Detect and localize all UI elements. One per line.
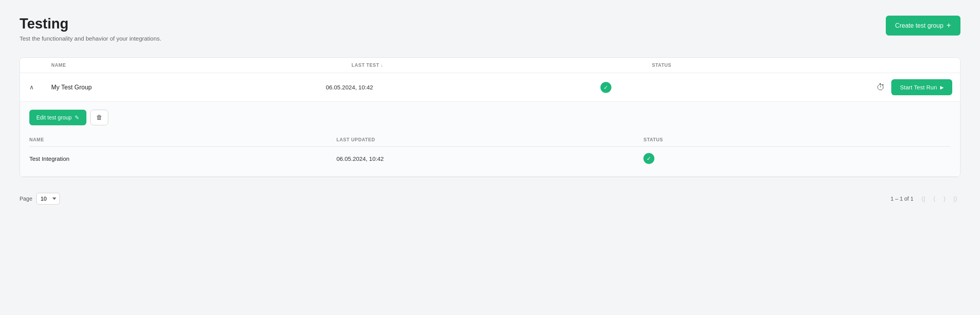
chevron-up-icon: ∧ bbox=[29, 84, 34, 91]
collapse-group-button[interactable]: ∧ bbox=[28, 82, 36, 93]
group-last-test: 06.05.2024, 10:42 bbox=[326, 84, 600, 91]
group-actions: ⏱ Start Test Run ▶ bbox=[875, 79, 952, 95]
sub-col-name: NAME bbox=[29, 137, 337, 142]
plus-icon: + bbox=[946, 21, 951, 30]
trash-icon: 🗑 bbox=[96, 114, 102, 121]
sub-table-header: NAME LAST UPDATED STATUS bbox=[29, 133, 951, 147]
group-status: ✓ bbox=[600, 82, 875, 93]
edit-label: Edit test group bbox=[36, 114, 72, 121]
pagination-right: 1 – 1 of 1 ⟨| ⟨ ⟩ |⟩ bbox=[890, 194, 960, 204]
page-label: Page bbox=[20, 196, 32, 202]
pencil-icon: ✎ bbox=[75, 114, 79, 121]
integration-success-icon: ✓ bbox=[643, 153, 654, 164]
test-groups-table: NAME LAST TEST ↓ STATUS ∧ My Test Group … bbox=[20, 57, 960, 177]
create-test-group-button[interactable]: Create test group + bbox=[886, 16, 960, 36]
integration-name: Test Integration bbox=[29, 155, 337, 162]
col-expand bbox=[28, 62, 51, 68]
play-icon: ▶ bbox=[940, 85, 944, 90]
prev-page-button[interactable]: ⟨ bbox=[930, 194, 939, 204]
next-page-button[interactable]: ⟩ bbox=[940, 194, 949, 204]
check-icon-sub: ✓ bbox=[647, 155, 651, 162]
integration-last-updated: 06.05.2024, 10:42 bbox=[337, 155, 644, 162]
sub-col-status: STATUS bbox=[643, 137, 951, 142]
expanded-actions: Edit test group ✎ 🗑 bbox=[29, 110, 951, 125]
pagination-nav: ⟨| ⟨ ⟩ |⟩ bbox=[918, 194, 960, 204]
delete-group-button[interactable]: 🗑 bbox=[90, 110, 108, 125]
sub-col-last-updated: LAST UPDATED bbox=[337, 137, 644, 142]
history-button[interactable]: ⏱ bbox=[875, 81, 887, 94]
col-last-test: LAST TEST ↓ bbox=[351, 62, 652, 68]
sort-down-icon: ↓ bbox=[381, 63, 383, 68]
page-header-left: Testing Test the functionality and behav… bbox=[20, 16, 161, 42]
pagination: Page 10 25 50 100 1 – 1 of 1 ⟨| ⟨ ⟩ |⟩ bbox=[20, 189, 960, 208]
success-status-icon: ✓ bbox=[600, 82, 611, 93]
edit-test-group-button[interactable]: Edit test group ✎ bbox=[29, 110, 86, 125]
table-header-row: NAME LAST TEST ↓ STATUS bbox=[20, 58, 960, 73]
first-page-button[interactable]: ⟨| bbox=[918, 194, 928, 204]
page-size-selector: Page 10 25 50 100 bbox=[20, 193, 60, 205]
create-test-group-label: Create test group bbox=[895, 22, 944, 29]
start-test-run-label: Start Test Run bbox=[900, 84, 937, 91]
page-size-select[interactable]: 10 25 50 100 bbox=[36, 193, 60, 205]
page-header: Testing Test the functionality and behav… bbox=[20, 16, 960, 42]
page-title: Testing bbox=[20, 16, 161, 32]
col-name: NAME bbox=[51, 62, 351, 68]
check-icon: ✓ bbox=[604, 84, 608, 91]
group-name: My Test Group bbox=[51, 84, 326, 91]
expanded-group-section: Edit test group ✎ 🗑 NAME LAST UPDATED ST… bbox=[20, 102, 960, 177]
pagination-range: 1 – 1 of 1 bbox=[890, 196, 913, 202]
integration-row: Test Integration 06.05.2024, 10:42 ✓ bbox=[29, 148, 951, 169]
page-subtitle: Test the functionality and behavior of y… bbox=[20, 35, 161, 42]
history-icon: ⏱ bbox=[876, 82, 885, 92]
group-row: ∧ My Test Group 06.05.2024, 10:42 ✓ ⏱ St… bbox=[20, 73, 960, 102]
last-page-button[interactable]: |⟩ bbox=[950, 194, 960, 204]
expand-cell: ∧ bbox=[28, 82, 51, 93]
start-test-run-button[interactable]: Start Test Run ▶ bbox=[891, 79, 952, 95]
integration-status: ✓ bbox=[643, 153, 951, 164]
col-status: STATUS bbox=[652, 62, 952, 68]
